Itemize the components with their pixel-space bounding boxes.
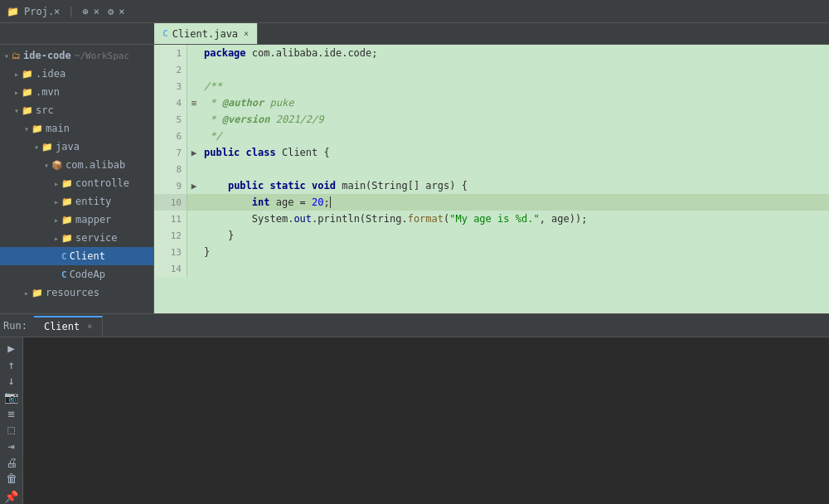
arrow-ide-code: ▾ <box>2 51 12 61</box>
file-tree: ▾ 🗂 ide-code ~/WorkSpac ▸ 📁 .idea ▸ 📁 .m… <box>0 45 154 313</box>
line-content-13: } <box>201 244 210 260</box>
tree-item-ide-code[interactable]: ▾ 🗂 ide-code ~/WorkSpac <box>0 46 153 65</box>
grid-btn[interactable]: ⬚ <box>2 423 22 438</box>
tree-item-codeapp[interactable]: C CodeAp <box>0 265 153 284</box>
line-num-5: 5 <box>154 111 187 128</box>
code-line-14: 14 <box>154 260 829 277</box>
pin-btn[interactable]: 📌 <box>2 489 22 504</box>
tree-label-com-alibab: com.alibab <box>65 159 125 171</box>
code-line-6: 6 */ <box>154 128 829 144</box>
tree-label-mvn: .mvn <box>36 86 60 98</box>
tree-label-client: Client <box>70 250 105 262</box>
tree-item-controlle[interactable]: ▸ 📁 controlle <box>0 174 153 192</box>
format-btn[interactable]: ≡ <box>2 406 22 421</box>
line-num-2: 2 <box>154 61 187 78</box>
arrow-service: ▸ <box>51 234 61 243</box>
code-editor[interactable]: 1 package com.alibaba.ide.code; 2 3 /** … <box>154 45 829 313</box>
line-arrow-11 <box>187 211 201 227</box>
main-content: ▾ 🗂 ide-code ~/WorkSpac ▸ 📁 .idea ▸ 📁 .m… <box>0 45 829 313</box>
tab-client-java[interactable]: C Client.java × <box>154 23 258 44</box>
folder-icon-controlle: 📁 <box>61 178 73 189</box>
line-num-7: 7 <box>154 144 187 161</box>
code-line-13: 13 } <box>154 244 829 260</box>
line-content-7: public class Client { <box>201 144 330 161</box>
line-num-8: 8 <box>154 161 187 177</box>
run-toolbar: ▶ ↑ ↓ 📷 ≡ ⬚ ⇥ 🖨 🗑 📌 <box>0 337 23 504</box>
top-bar: 📁 Proj.× | ⊕ × ⚙ × <box>0 0 829 23</box>
top-sep: | <box>68 6 74 17</box>
line-num-3: 3 <box>154 78 187 94</box>
editor-tab-bar: C Client.java × <box>0 23 829 45</box>
run-output[interactable] <box>23 337 829 504</box>
tab-close-btn[interactable]: × <box>244 29 249 38</box>
line-content-1: package com.alibaba.ide.code; <box>201 45 378 61</box>
tab-label: Client.java <box>172 28 238 40</box>
code-line-5: 5 * @version 2021/2/9 <box>154 111 829 128</box>
line-num-4: 4 <box>154 94 187 111</box>
tree-label-codeapp: CodeAp <box>70 269 105 280</box>
bottom-tab-close-btn[interactable]: × <box>87 322 92 331</box>
tree-item-com-alibab[interactable]: ▾ 📦 com.alibab <box>0 156 153 174</box>
tree-item-resources[interactable]: ▸ 📁 resources <box>0 284 153 302</box>
arrow-entity: ▸ <box>51 197 61 206</box>
tree-item-java[interactable]: ▾ 📁 java <box>0 138 153 156</box>
code-line-3: 3 /** <box>154 78 829 94</box>
import-btn[interactable]: ⇥ <box>2 439 22 453</box>
line-arrow-6 <box>187 128 201 144</box>
line-arrow-7[interactable]: ▶ <box>187 144 201 161</box>
tree-item-service[interactable]: ▸ 📁 service <box>0 229 153 247</box>
bottom-tab-client[interactable]: Client × <box>34 316 103 336</box>
top-close-btn[interactable]: × <box>119 6 124 17</box>
code-lines: 1 package com.alibaba.ide.code; 2 3 /** … <box>154 45 829 313</box>
tree-label-resources: resources <box>46 287 99 298</box>
line-content-6: */ <box>201 128 222 144</box>
line-arrow-9[interactable]: ▶ <box>187 177 201 194</box>
line-arrow-8 <box>187 161 201 177</box>
line-num-14: 14 <box>154 260 187 277</box>
tree-label-main: main <box>46 123 70 134</box>
folder-icon-resources: 📁 <box>32 288 43 298</box>
tree-item-mapper[interactable]: ▸ 📁 mapper <box>0 211 153 229</box>
folder-icon-service: 📁 <box>61 233 73 244</box>
folder-icon-entity: 📁 <box>61 196 73 207</box>
tree-item-idea[interactable]: ▸ 📁 .idea <box>0 65 153 83</box>
line-arrow-13 <box>187 244 201 260</box>
tree-label-entity: entity <box>75 196 111 207</box>
arrow-controlle: ▸ <box>51 179 61 188</box>
line-arrow-3 <box>187 78 201 94</box>
folder-icon-ide-code: 🗂 <box>12 51 21 61</box>
line-content-11: System.out.println(String.format("My age… <box>201 211 587 227</box>
print-btn[interactable]: 🖨 <box>2 455 22 470</box>
scroll-down-btn[interactable]: ↓ <box>2 373 22 388</box>
line-arrow-12 <box>187 227 201 244</box>
scroll-up-btn[interactable]: ↑ <box>2 357 22 372</box>
settings-icon[interactable]: ⚙ <box>108 6 114 17</box>
top-x-btn[interactable]: × <box>94 6 99 17</box>
line-num-11: 11 <box>154 211 187 227</box>
trash-btn[interactable]: 🗑 <box>2 472 22 487</box>
bottom-panel: Run: Client × ▶ ↑ ↓ 📷 ≡ ⬚ ⇥ 🖨 🗑 📌 <box>0 313 829 504</box>
line-num-12: 12 <box>154 227 187 244</box>
tree-label-service: service <box>75 232 118 244</box>
code-line-7: 7 ▶ public class Client { <box>154 144 829 161</box>
line-arrow-2 <box>187 61 201 78</box>
line-content-3: /** <box>201 78 222 94</box>
arrow-com-alibab: ▾ <box>41 161 51 170</box>
tree-item-mvn[interactable]: ▸ 📁 .mvn <box>0 83 153 101</box>
code-line-2: 2 <box>154 61 829 78</box>
tree-item-entity[interactable]: ▸ 📁 entity <box>0 192 153 211</box>
run-btn[interactable]: ▶ <box>2 341 22 356</box>
code-line-10: 10 int age = 20; <box>154 194 829 211</box>
browser-icon[interactable]: ⊕ <box>83 6 89 17</box>
project-name[interactable]: Proj.× <box>24 6 60 17</box>
tree-label-src: src <box>36 104 54 116</box>
class-icon-client: C <box>61 251 67 262</box>
code-line-12: 12 } <box>154 227 829 244</box>
folder-icon-mapper: 📁 <box>61 215 73 225</box>
tree-label-mapper: mapper <box>75 214 111 225</box>
tree-item-main[interactable]: ▾ 📁 main <box>0 119 153 138</box>
tree-item-client[interactable]: C Client <box>0 247 153 265</box>
screenshot-btn: 📷 <box>2 390 22 405</box>
tree-item-src[interactable]: ▾ 📁 src <box>0 101 153 119</box>
line-num-9: 9 <box>154 177 187 194</box>
